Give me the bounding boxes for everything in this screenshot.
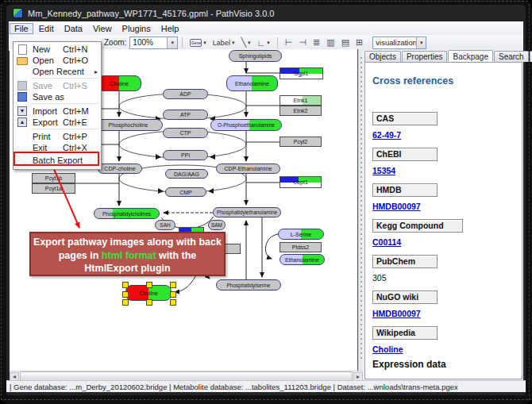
- align-vertical-center-button[interactable]: ⊢: [283, 37, 295, 48]
- gene-pcyt1a[interactable]: Pcyt1a: [32, 183, 75, 194]
- node-dag[interactable]: DAG/AAG: [165, 169, 208, 179]
- tab-search[interactable]: Search: [494, 51, 529, 62]
- gene-pcyt2[interactable]: Pcyt2: [279, 137, 322, 147]
- node-cdp-ethanolamine[interactable]: CDP-Ethanolamine: [216, 164, 280, 174]
- backpage-heading: Cross references: [372, 75, 453, 87]
- annotation-highlight: html format: [102, 250, 156, 261]
- chevron-down-icon[interactable]: ▾: [416, 37, 426, 48]
- xref-link-cas[interactable]: 62-49-7: [372, 130, 401, 140]
- file-menu-print[interactable]: PrintCtrl+P: [13, 131, 101, 142]
- zoom-combobox[interactable]: 100% ▾: [129, 37, 178, 49]
- chevron-down-icon[interactable]: ▾: [203, 40, 206, 46]
- stack-vertical-icon: ▤: [341, 37, 349, 48]
- connector-tool-button[interactable]: ∟ ▾: [256, 37, 272, 48]
- node-sah[interactable]: SAH: [155, 220, 175, 230]
- node-cmp[interactable]: CMP: [165, 187, 206, 197]
- chevron-down-icon[interactable]: ▾: [248, 40, 251, 46]
- gene-cept1[interactable]: Cept1: [279, 176, 322, 188]
- gene-ptdss1-partial[interactable]: [225, 244, 241, 254]
- scroll-left-icon[interactable]: ◂: [10, 372, 19, 381]
- tab-legend[interactable]: Legend: [530, 51, 532, 62]
- menu-view[interactable]: View: [88, 23, 117, 34]
- node-phosphocholine[interactable]: Phosphocholine: [94, 119, 163, 131]
- node-phosphatidylcholines[interactable]: Phosphatidylcholines: [94, 208, 160, 219]
- tab-backpage[interactable]: Backpage: [448, 50, 492, 61]
- selection-handle[interactable]: [146, 299, 152, 306]
- datanode-tool-button[interactable]: Gene ▾: [188, 38, 208, 48]
- zoom-label: Zoom:: [104, 38, 126, 47]
- node-adp[interactable]: ADP: [163, 89, 208, 99]
- line-tool-button[interactable]: ╲ ▾: [239, 37, 252, 48]
- distribute-rows-button[interactable]: ≣: [311, 37, 322, 48]
- selection-handle[interactable]: [170, 291, 176, 298]
- file-menu-dropdown: NewCtrl+N OpenCtrl+O Open Recent ▸ SaveC…: [13, 41, 102, 170]
- gene-pcyt1b[interactable]: Pcyt1b: [32, 173, 75, 183]
- node-l-serine[interactable]: L-Serine: [278, 229, 324, 240]
- node-ppi[interactable]: PPi: [163, 150, 208, 160]
- file-menu-open-recent[interactable]: Open Recent ▸: [13, 66, 101, 77]
- node-cdp-choline[interactable]: CDP-choline: [98, 164, 142, 174]
- selection-handle[interactable]: [170, 299, 176, 306]
- selection-handle[interactable]: [122, 282, 129, 288]
- gene-etnk1[interactable]: Etnk1: [279, 95, 322, 106]
- frame-dash-bottom: [0, 399, 532, 400]
- scroll-right-icon[interactable]: ▸: [353, 372, 363, 381]
- file-menu-export[interactable]: ▲ ExportCtrl+E: [13, 117, 101, 128]
- stack-horizontal-icon: ⊞: [356, 37, 363, 48]
- distribute-columns-button[interactable]: ▥: [325, 37, 336, 48]
- annotation-line1: Export pathway images along with back: [31, 236, 224, 249]
- selection-handle[interactable]: [146, 282, 152, 288]
- selection-handle[interactable]: [122, 291, 129, 298]
- file-menu-import[interactable]: ▼ ImportCtrl+M: [13, 106, 101, 117]
- gene-ptdss2[interactable]: Ptdss2: [279, 242, 322, 252]
- node-choline-top[interactable]: Choline: [97, 75, 141, 91]
- side-panel: Objects Properties Backpage Search Legen…: [363, 49, 523, 380]
- chevron-down-icon[interactable]: ▾: [232, 40, 235, 46]
- menu-file[interactable]: File: [10, 23, 33, 34]
- node-ethanolamine-top[interactable]: Ethanolamine: [226, 75, 278, 91]
- align-horizontal-center-button[interactable]: ⊣: [297, 37, 308, 48]
- chevron-down-icon[interactable]: ▾: [267, 40, 270, 46]
- xref-link-wikipedia[interactable]: Choline: [372, 344, 403, 354]
- node-choline-bottom-selected[interactable]: Choline: [125, 285, 172, 301]
- selection-handle[interactable]: [170, 282, 176, 288]
- file-menu-save[interactable]: SaveCtrl+S: [13, 80, 101, 91]
- xref-link-chebi[interactable]: 15354: [372, 166, 395, 175]
- node-ethanolamine-bottom[interactable]: Ethanolamine: [279, 254, 325, 265]
- node-sam[interactable]: SAM: [208, 220, 226, 230]
- xref-link-kegg[interactable]: C00114: [372, 237, 401, 247]
- menu-plugins[interactable]: Plugins: [118, 23, 156, 34]
- file-menu-open[interactable]: OpenCtrl+O: [13, 55, 101, 66]
- xref-link-nugo[interactable]: HMDB00097: [372, 309, 421, 318]
- xref-link-hmdb[interactable]: HMDB00097: [372, 202, 421, 211]
- title-bar[interactable]: Mm_Kennedy_pathway_WP1771_45176.gpml - P…: [6, 5, 526, 21]
- node-o-phosphoethanolamine[interactable]: O-Phosphoethanolamine: [210, 119, 282, 131]
- stack-horizontal-button[interactable]: ⊞: [354, 37, 364, 48]
- node-sphingolipids[interactable]: Sphingolipids: [229, 50, 282, 62]
- gene-sgpl1[interactable]: Sgpl1: [279, 67, 323, 79]
- node-atp[interactable]: ATP: [163, 110, 208, 120]
- file-menu-save-as[interactable]: Save as: [13, 91, 101, 102]
- file-menu-new[interactable]: NewCtrl+N: [13, 44, 101, 55]
- label-tool-button[interactable]: Label ▾: [211, 38, 237, 48]
- node-phosphatidylserine[interactable]: Phosphatidylserine: [216, 279, 281, 290]
- menu-separator: [31, 129, 98, 129]
- tab-properties[interactable]: Properties: [402, 51, 448, 62]
- backpage-content[interactable]: Cross references CAS 62-49-7 ChEBI 15354…: [364, 62, 522, 379]
- menu-help[interactable]: Help: [156, 23, 184, 34]
- xref-source-kegg: Kegg Compound: [372, 219, 463, 233]
- frame-dash-top: [0, 1, 532, 2]
- node-phosphatidylethanolamine[interactable]: Phosphatidylethanolamine: [213, 207, 281, 217]
- menu-data[interactable]: Data: [60, 23, 87, 34]
- chevron-down-icon[interactable]: ▾: [167, 37, 177, 48]
- stack-vertical-button[interactable]: ▤: [340, 37, 351, 48]
- node-ctp[interactable]: CTP: [163, 128, 208, 138]
- status-bar: | Gene database: ...m_Derby_20120602.bri…: [6, 380, 526, 392]
- selection-handle[interactable]: [122, 299, 129, 306]
- menu-edit[interactable]: Edit: [34, 23, 59, 34]
- xref-source-chebi: ChEBI: [372, 148, 438, 161]
- gene-etnk2[interactable]: Etnk2: [279, 106, 322, 116]
- label-tool-text: Label: [213, 39, 230, 47]
- tab-objects[interactable]: Objects: [364, 51, 401, 62]
- visualization-combobox[interactable]: visualization ▾: [372, 37, 426, 49]
